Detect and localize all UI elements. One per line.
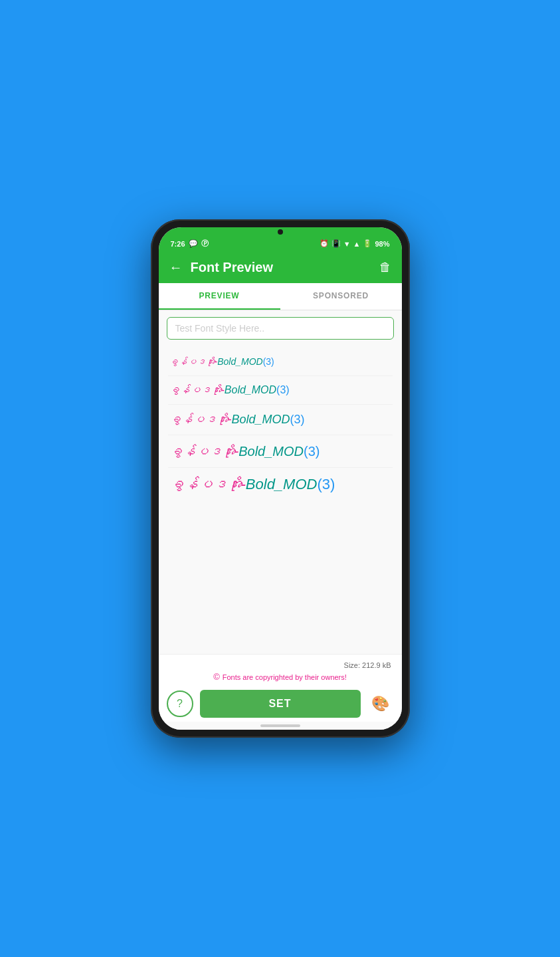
help-button[interactable]: ?	[167, 691, 193, 717]
latin-text: Bold_MOD	[238, 444, 304, 459]
notch-area	[159, 227, 402, 235]
home-indicator	[159, 722, 402, 730]
list-item[interactable]: ခွန်ပဒအိုး-Bold_MOD(3)	[168, 435, 393, 468]
list-item[interactable]: ခွန်ပဒအိုး-Bold_MOD(3)	[168, 468, 393, 502]
font-text-3: ခွန်ပဒအိုး-Bold_MOD(3)	[168, 413, 305, 426]
phone-screen: 7:26 💬 Ⓟ ⏰ 📳 ▼ ▲ 🔋 98% ← Font Preview 🗑 …	[159, 227, 402, 730]
myanmar-text: ခွန်ပဒအိုး-	[168, 444, 239, 459]
font-text-4: ခွန်ပဒအိုး-Bold_MOD(3)	[168, 444, 320, 459]
number-text: (3)	[317, 476, 335, 492]
home-bar	[260, 724, 300, 727]
latin-text: Bold_MOD	[225, 384, 276, 395]
palette-icon: 🎨	[371, 695, 389, 712]
myanmar-text: ခွန်ပဒအိုး-	[168, 356, 218, 367]
phone-icon: Ⓟ	[201, 239, 209, 249]
list-item[interactable]: ခွန်ပဒအိုး-Bold_MOD(3)	[168, 405, 393, 435]
list-item[interactable]: ခွန်ပဒအိုး-Bold_MOD(3)	[168, 349, 393, 376]
search-input[interactable]: Test Font Style Here..	[167, 317, 394, 340]
status-bar: 7:26 💬 Ⓟ ⏰ 📳 ▼ ▲ 🔋 98%	[159, 235, 402, 251]
delete-button[interactable]: 🗑	[379, 261, 391, 274]
palette-button[interactable]: 🎨	[367, 691, 394, 717]
font-list: ခွန်ပဒအိုး-Bold_MOD(3) ခွန်ပဒအိုး-Bold_M…	[159, 346, 402, 654]
list-item[interactable]: ခွန်ပဒအိုး-Bold_MOD(3)	[168, 376, 393, 405]
tab-preview[interactable]: PREVIEW	[159, 283, 280, 310]
copyright-text: Fonts are copyrighted by their owners!	[223, 673, 347, 681]
battery-percent: 98%	[375, 240, 389, 248]
myanmar-text: ခွန်ပဒအိုး-	[168, 384, 225, 395]
file-size: Size: 212.9 kB	[344, 661, 391, 669]
camera	[278, 229, 283, 235]
status-right: ⏰ 📳 ▼ ▲ 🔋 98%	[320, 239, 390, 248]
tab-sponsored[interactable]: SPONSORED	[280, 283, 402, 310]
page-title: Font Preview	[191, 260, 379, 275]
phone-frame: 7:26 💬 Ⓟ ⏰ 📳 ▼ ▲ 🔋 98% ← Font Preview 🗑 …	[151, 219, 410, 738]
copyright-icon: ©	[213, 672, 220, 682]
myanmar-text: ခွန်ပဒအိုး-	[168, 413, 232, 426]
number-text: (3)	[304, 444, 320, 459]
alarm-icon: ⏰	[320, 239, 329, 248]
latin-text: Bold_MOD	[232, 413, 290, 426]
signal-icon: ▲	[353, 240, 361, 248]
time-display: 7:26	[171, 240, 185, 248]
back-button[interactable]: ←	[169, 260, 183, 275]
battery-icon: 🔋	[363, 239, 372, 248]
font-text-1: ခွန်ပဒအိုး-Bold_MOD(3)	[168, 356, 274, 367]
content-area: Test Font Style Here.. ခွန်ပဒအိုး-Bold_M…	[159, 310, 402, 654]
font-text-2: ခွန်ပဒအိုး-Bold_MOD(3)	[168, 384, 290, 395]
latin-text: Bold_MOD	[246, 476, 318, 492]
number-text: (3)	[263, 356, 274, 367]
bottom-bar: ? SET 🎨	[159, 686, 402, 722]
search-placeholder: Test Font Style Here..	[175, 323, 265, 334]
tab-bar: PREVIEW SPONSORED	[159, 283, 402, 310]
help-icon: ?	[177, 698, 183, 710]
app-bar: ← Font Preview 🗑	[159, 251, 402, 283]
status-left: 7:26 💬 Ⓟ	[171, 239, 209, 249]
vibrate-icon: 📳	[331, 239, 341, 248]
number-text: (3)	[276, 384, 290, 395]
set-button[interactable]: SET	[200, 690, 361, 718]
copyright-notice: © Fonts are copyrighted by their owners!	[159, 672, 402, 686]
footer-info: Size: 212.9 kB	[159, 655, 402, 672]
myanmar-text: ခွန်ပဒအိုး-	[168, 476, 246, 492]
font-text-5: ခွန်ပဒအိုး-Bold_MOD(3)	[168, 476, 335, 492]
footer: Size: 212.9 kB © Fonts are copyrighted b…	[159, 654, 402, 686]
latin-text: Bold_MOD	[217, 356, 262, 367]
number-text: (3)	[290, 413, 305, 426]
messenger-icon: 💬	[189, 239, 198, 248]
wifi-icon: ▼	[343, 240, 351, 248]
